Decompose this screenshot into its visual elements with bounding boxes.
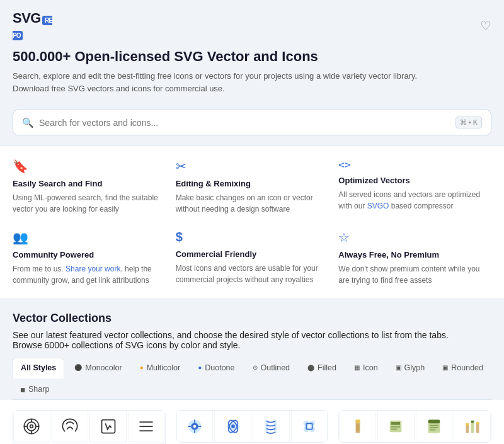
features-section: 🔖 Easily Search and Find Using ML-powere… xyxy=(0,145,504,299)
tab-sharp-icon: ◼ xyxy=(20,386,25,393)
collection-bio[interactable]: Biological Gene Duotone Icons Collection… xyxy=(176,410,329,444)
feature-community-desc: From me to us. Share your work, help the… xyxy=(13,263,166,286)
tab-all-styles[interactable]: All Styles xyxy=(13,358,64,379)
svg-point-2 xyxy=(30,425,33,428)
svg-rect-37 xyxy=(355,420,360,423)
hero-desc2: Download free SVG vectors and icons for … xyxy=(13,83,491,95)
feature-free: ☆ Always Free, No Premium We don't show … xyxy=(338,230,491,286)
tab-duotone-label: Duotone xyxy=(205,363,234,372)
tab-outlined[interactable]: ⊙ Outlined xyxy=(245,358,298,379)
bio-icon-4 xyxy=(291,411,328,442)
page-wrapper: SVGREPO ♡ 500.000+ Open-licensed SVG Vec… xyxy=(0,0,504,444)
feature-optimized-icon: <> xyxy=(338,159,491,171)
office-icon-3 xyxy=(416,411,453,442)
dazzle-icon-3 xyxy=(89,411,127,442)
hero-section: 500.000+ Open-licensed SVG Vector and Ic… xyxy=(0,48,504,105)
search-bar[interactable]: 🔍 ⌘ • K xyxy=(13,110,491,135)
feature-optimized-title: Optimized Vectors xyxy=(338,176,491,185)
bio-icon-2 xyxy=(214,411,251,442)
office-icon-4 xyxy=(454,411,491,442)
hero-desc1: Search, explore and edit the best-fittin… xyxy=(13,70,491,83)
svgo-link[interactable]: SVGO xyxy=(367,202,389,210)
tab-filled-icon: ⬤ xyxy=(307,364,314,371)
search-icon: 🔍 xyxy=(22,117,34,128)
logo[interactable]: SVGREPO xyxy=(13,10,52,41)
dazzle-icons-grid xyxy=(13,410,166,444)
svg-rect-51 xyxy=(471,421,474,423)
style-tabs: All Styles ⚫ Monocolor ● Multicolor ● Du… xyxy=(13,358,491,400)
feature-editing-title: Editing & Remixing xyxy=(176,179,329,188)
tab-sharp-label: Sharp xyxy=(28,385,49,394)
svg-rect-38 xyxy=(356,424,359,432)
collection-dazzle[interactable]: Dazzle Line Icons Collection 1717 xyxy=(13,410,166,444)
tab-icon-label: Icon xyxy=(363,363,378,372)
feature-community-icon: 👥 xyxy=(13,230,166,245)
tab-duotone-icon: ● xyxy=(198,364,202,371)
feature-free-icon: ☆ xyxy=(338,230,491,245)
search-shortcut: ⌘ • K xyxy=(455,117,482,128)
collections-desc2: Browse 6000+ collections of SVG icons by… xyxy=(13,340,491,350)
svg-rect-47 xyxy=(430,430,435,431)
svg-rect-49 xyxy=(466,423,469,426)
svg-point-12 xyxy=(193,425,197,428)
feature-optimized: <> Optimized Vectors All served icons an… xyxy=(338,159,491,215)
collections-title: Vector Collections xyxy=(13,312,491,325)
svg-rect-41 xyxy=(391,426,400,428)
feature-free-desc: We don't show premium content while you … xyxy=(338,263,491,286)
feature-commercial-desc: Most icons and vectors are usable for yo… xyxy=(176,263,329,285)
search-input[interactable] xyxy=(39,118,450,128)
tab-monocolor-label: Monocolor xyxy=(85,363,122,372)
header: SVGREPO ♡ xyxy=(0,0,504,48)
feature-search-icon: 🔖 xyxy=(13,159,166,174)
tab-all-label: All Styles xyxy=(21,363,56,372)
feature-free-title: Always Free, No Premium xyxy=(338,250,491,259)
tabs-container: All Styles ⚫ Monocolor ● Multicolor ● Du… xyxy=(0,350,504,400)
svg-point-20 xyxy=(231,424,235,428)
office-icons-grid1 xyxy=(338,410,491,443)
tab-duotone[interactable]: ● Duotone xyxy=(190,358,242,379)
dazzle-icon-4 xyxy=(128,411,165,442)
search-section: 🔍 ⌘ • K xyxy=(0,105,504,145)
tab-filled[interactable]: ⬤ Filled xyxy=(300,358,344,379)
svg-rect-46 xyxy=(430,427,438,428)
tab-filled-label: Filled xyxy=(318,363,336,372)
feature-commercial: $ Commercial Friendly Most icons and vec… xyxy=(176,230,329,286)
tab-monocolor-icon: ⚫ xyxy=(74,364,82,371)
tab-multicolor-label: Multicolor xyxy=(147,363,181,372)
tab-rounded[interactable]: ▣ Rounded xyxy=(435,358,491,379)
collections-grid: Dazzle Line Icons Collection 1717 xyxy=(0,400,504,444)
dazzle-icon-1 xyxy=(13,411,50,442)
feature-search-desc: Using ML-powered search, find the suitab… xyxy=(13,192,166,215)
tab-rounded-icon: ▣ xyxy=(442,364,448,371)
tab-icon[interactable]: ▦ Icon xyxy=(346,358,386,379)
tab-glyph[interactable]: ▣ Glyph xyxy=(388,358,433,379)
feature-optimized-desc: All served icons and vectors are optimiz… xyxy=(338,189,491,212)
heart-button[interactable]: ♡ xyxy=(480,18,491,33)
tab-glyph-icon: ▣ xyxy=(396,364,401,371)
tab-monocolor[interactable]: ⚫ Monocolor xyxy=(67,358,129,379)
feature-commercial-title: Commercial Friendly xyxy=(176,249,329,259)
bio-icons-grid1 xyxy=(176,410,329,443)
tab-multicolor-icon: ● xyxy=(140,364,144,371)
feature-community-title: Community Powered xyxy=(13,250,166,259)
bio-icon-3 xyxy=(253,411,290,442)
tab-multicolor[interactable]: ● Multicolor xyxy=(132,358,188,379)
features-grid: 🔖 Easily Search and Find Using ML-powere… xyxy=(13,159,491,286)
office-icon-1 xyxy=(339,411,376,442)
svg-rect-44 xyxy=(428,420,440,424)
office-icon-2 xyxy=(377,411,415,442)
feature-search-title: Easily Search and Find xyxy=(13,179,166,188)
feature-community: 👥 Community Powered From me to us. Share… xyxy=(13,230,166,286)
feature-search: 🔖 Easily Search and Find Using ML-powere… xyxy=(13,159,166,215)
svg-rect-40 xyxy=(391,422,400,425)
svg-point-1 xyxy=(27,422,36,431)
svg-rect-42 xyxy=(391,429,397,430)
feature-editing: ✂ Editing & Remixing Make basic changes … xyxy=(176,159,329,215)
feature-editing-icon: ✂ xyxy=(176,159,329,174)
dazzle-icon-2 xyxy=(52,411,89,442)
tab-sharp[interactable]: ◼ Sharp xyxy=(13,380,57,400)
collection-office[interactable]: Office Supplies Tritone Bordered Vectors… xyxy=(338,410,491,444)
tab-outlined-label: Outlined xyxy=(261,363,290,372)
hero-title: 500.000+ Open-licensed SVG Vector and Ic… xyxy=(13,48,491,65)
share-work-link[interactable]: Share your work xyxy=(66,265,120,273)
